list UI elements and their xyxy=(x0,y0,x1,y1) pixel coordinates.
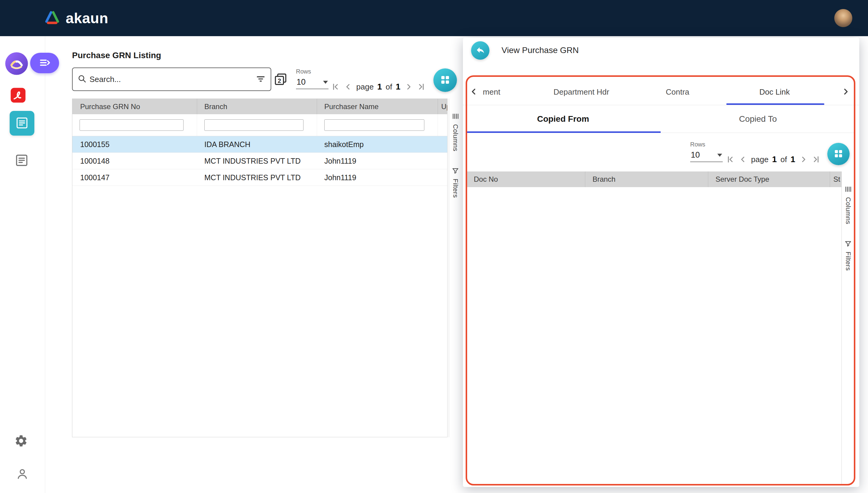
highlight-outline xyxy=(465,75,855,486)
column-header-branch[interactable]: Branch xyxy=(585,171,708,187)
profile-button[interactable] xyxy=(15,467,30,482)
sidebar-item-pdf[interactable] xyxy=(8,86,28,105)
column-header-server-doc-type[interactable]: Server Doc Type xyxy=(708,171,830,187)
app-badge[interactable] xyxy=(4,51,29,76)
filters-toggle[interactable]: Filters xyxy=(452,167,459,198)
gear-icon xyxy=(14,434,28,449)
cell-grn-no: 1000147 xyxy=(72,169,197,186)
rows-value: 10 xyxy=(297,78,306,87)
detail-grid-view-button[interactable] xyxy=(827,143,850,165)
grn-table: Purchase GRN No Branch Purchaser Name Up… xyxy=(72,99,448,437)
back-button[interactable] xyxy=(471,41,490,60)
search-box xyxy=(72,67,271,91)
cell-grn-no: 1000148 xyxy=(72,153,197,169)
search-filter-button[interactable] xyxy=(256,74,266,85)
detail-next-page-button[interactable] xyxy=(799,155,808,164)
table-row[interactable]: 1000148 MCT INDUSTRIES PVT LTD John1119 xyxy=(72,153,447,169)
subtab-copied-to[interactable]: Copied To xyxy=(660,105,855,133)
column-header-clipped[interactable]: St xyxy=(830,171,842,187)
rows-per-page-select[interactable]: 10 xyxy=(296,78,328,89)
table-row[interactable]: 1000155 IDA BRANCH shaikotEmp xyxy=(72,136,447,153)
table-row[interactable]: 1000147 MCT INDUSTRIES PVT LTD John1119 xyxy=(72,169,447,186)
subtab-copied-from-label: Copied From xyxy=(537,114,589,124)
pagination: page 1 of 1 xyxy=(331,78,426,95)
chevron-left-icon xyxy=(469,93,479,97)
chevron-right-icon xyxy=(841,93,850,97)
detail-rows-label: Rows xyxy=(690,141,723,148)
settings-button[interactable] xyxy=(13,433,29,449)
detail-columns-toggle[interactable]: Columns xyxy=(844,185,852,224)
detail-rows-per-page: Rows 10 xyxy=(690,141,723,162)
filter-input-purchase-grn-no[interactable] xyxy=(80,119,183,131)
next-page-button[interactable] xyxy=(404,82,413,91)
multi-page-icon: 2 xyxy=(274,72,287,87)
column-header-branch[interactable]: Branch xyxy=(197,99,317,114)
cell-purchaser: John1119 xyxy=(317,153,438,169)
detail-pagination-current: 1 xyxy=(772,155,777,164)
pagination-total: 1 xyxy=(396,82,400,92)
last-page-button[interactable] xyxy=(417,82,426,91)
pagination-of-word: of xyxy=(386,82,392,92)
detail-subtabs: Copied From Copied To xyxy=(465,105,855,133)
table-empty-area xyxy=(72,186,447,437)
first-page-button[interactable] xyxy=(331,82,340,91)
cell-purchaser: shaikotEmp xyxy=(317,136,438,152)
sidebar-expand-button[interactable] xyxy=(30,53,59,73)
tabs-scroll-left-button[interactable] xyxy=(468,86,479,97)
detail-first-page-button[interactable] xyxy=(726,155,735,164)
person-icon xyxy=(15,467,29,482)
detail-table-side-rail: Columns Filters xyxy=(842,171,854,485)
column-header-purchase-grn-no[interactable]: Purchase GRN No xyxy=(72,99,197,114)
cell-purchaser: John1119 xyxy=(317,169,438,186)
form-icon xyxy=(15,116,29,131)
brand-name: akaun xyxy=(66,10,108,26)
back-icon xyxy=(476,45,485,56)
svg-text:2: 2 xyxy=(278,78,281,84)
detail-pagination-of-word: of xyxy=(780,155,787,164)
detail-pagination-total: 1 xyxy=(790,155,795,164)
detail-panel: View Purchase GRN ment Department Hdr Co… xyxy=(463,38,859,487)
search-icon xyxy=(78,74,87,84)
detail-filters-toggle[interactable]: Filters xyxy=(844,240,852,271)
rows-per-page: Rows 10 xyxy=(296,68,328,89)
list-icon xyxy=(15,153,29,168)
column-header-purchaser-name[interactable]: Purchaser Name xyxy=(317,99,438,114)
grid-view-icon xyxy=(440,74,451,86)
multi-view-button[interactable]: 2 xyxy=(274,72,287,86)
sidebar-item-grn-listing[interactable] xyxy=(9,111,34,135)
columns-toggle[interactable]: Columns xyxy=(452,112,459,151)
active-tab-indicator xyxy=(726,103,824,105)
tab-partial[interactable]: ment xyxy=(483,87,500,97)
filter-input-branch[interactable] xyxy=(204,119,304,131)
sidebar xyxy=(0,36,45,493)
sidebar-item-form[interactable] xyxy=(13,152,30,169)
user-avatar[interactable] xyxy=(834,9,852,27)
tab-contra[interactable]: Contra xyxy=(666,87,689,97)
filter-list-icon xyxy=(256,74,266,85)
tab-doc-link[interactable]: Doc Link xyxy=(759,87,790,97)
pagination-current: 1 xyxy=(377,82,382,92)
detail-prev-page-button[interactable] xyxy=(738,155,747,164)
detail-title: View Purchase GRN xyxy=(501,45,579,55)
page-title: Purchase GRN Listing xyxy=(72,51,161,60)
detail-rows-value: 10 xyxy=(691,150,700,160)
subtab-copied-to-label: Copied To xyxy=(739,114,777,124)
tabs-scroll-right-button[interactable] xyxy=(840,86,851,97)
columns-icon xyxy=(452,112,459,121)
prev-page-button[interactable] xyxy=(344,82,353,91)
menu-open-icon xyxy=(39,57,51,70)
search-input[interactable] xyxy=(87,75,256,84)
doc-link-table-header: Doc No Branch Server Doc Type St xyxy=(466,171,842,187)
brand-logo[interactable]: akaun xyxy=(44,0,108,36)
column-header-doc-no[interactable]: Doc No xyxy=(466,171,585,187)
detail-rows-per-page-select[interactable]: 10 xyxy=(690,150,723,162)
subtab-copied-from[interactable]: Copied From xyxy=(465,105,660,133)
columns-icon xyxy=(844,185,852,194)
column-header-clipped[interactable]: Up xyxy=(438,99,447,114)
detail-last-page-button[interactable] xyxy=(812,155,821,164)
table-filter-row xyxy=(72,114,447,136)
filters-icon xyxy=(844,240,852,249)
grid-view-button[interactable] xyxy=(433,68,457,92)
tab-department-hdr[interactable]: Department Hdr xyxy=(554,87,609,97)
filter-input-purchaser-name[interactable] xyxy=(324,119,425,131)
